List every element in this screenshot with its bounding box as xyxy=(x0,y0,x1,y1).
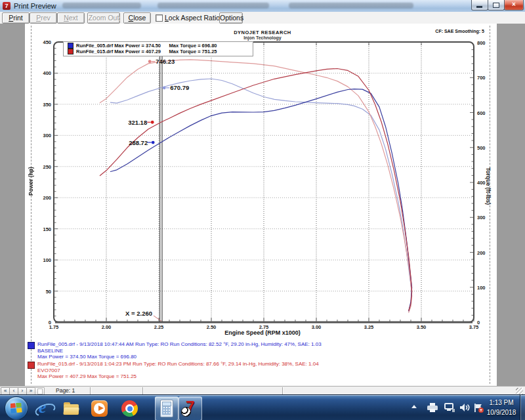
x-tick-label: 3.50 xyxy=(413,324,430,330)
power-tick-label: 350 xyxy=(30,102,51,108)
page-icon xyxy=(37,388,43,394)
lock-aspect-ratio-checkbox[interactable] xyxy=(156,14,163,22)
power-tick-label: 200 xyxy=(30,195,51,201)
x-tick-label: 3.00 xyxy=(308,324,325,330)
soccer-ball-icon xyxy=(181,407,191,417)
torque-tick-label: 400 xyxy=(477,180,497,186)
next-button[interactable]: Next xyxy=(57,12,85,24)
resize-grip[interactable] xyxy=(516,388,523,394)
show-desktop-button[interactable] xyxy=(520,395,525,420)
x-tick-label: 2.50 xyxy=(203,324,220,330)
minimize-icon xyxy=(476,6,482,8)
print-button[interactable]: Print xyxy=(2,12,30,24)
app-icon: 7 xyxy=(3,2,10,10)
close-preview-button[interactable]: Close xyxy=(123,12,151,24)
prev-button[interactable]: Prev xyxy=(30,12,57,24)
run-info-name: BASELINE xyxy=(37,348,490,354)
background-window-blur xyxy=(62,3,141,9)
run-info-name: EVO7007 xyxy=(37,368,490,373)
legend-label: RunFile_015.drf Max Power = 407.29 Max T… xyxy=(76,49,217,54)
window-titlebar[interactable]: 7 Print Preview × xyxy=(0,0,525,12)
print-preview-toolbar: Print Prev Next Zoom Out Close Lock Aspe… xyxy=(0,12,525,24)
folder-front xyxy=(63,408,79,415)
torque-tick-label: 600 xyxy=(477,110,497,116)
background-window-blur xyxy=(158,3,269,9)
torque-axis-title: Torque (ft-lbs) xyxy=(483,150,492,222)
torque-tick-label: 100 xyxy=(477,285,497,291)
cursor-label-leader xyxy=(154,316,161,322)
tray-expand-icon[interactable] xyxy=(411,405,417,408)
smoothing-note: CF: SAE Smoothing: 5 xyxy=(365,29,484,33)
point-value-label[interactable]: 288.72 xyxy=(108,139,148,146)
point-marker-dot xyxy=(148,60,152,63)
minimize-button[interactable] xyxy=(471,0,488,10)
legend-row: RunFile_005.drf Max Power = 374.50 Max T… xyxy=(64,43,253,49)
winpep7-taskbar-button[interactable]: 7 xyxy=(178,396,202,420)
point-value-label[interactable]: 670.79 xyxy=(170,84,189,91)
statusbar-divider xyxy=(90,387,91,394)
window-title: Print Preview xyxy=(14,2,56,10)
point-marker-dot xyxy=(163,86,166,89)
clock-date: 10/9/2018 xyxy=(483,408,520,417)
taskbar: e 7 xyxy=(0,394,525,420)
calculator-screen xyxy=(162,402,171,406)
point-value-label[interactable]: 321.18 xyxy=(108,119,147,126)
run-info-max-values: Max Power = 374.50 Max Torque = 696.80 xyxy=(37,354,490,360)
x-tick-label: 2.75 xyxy=(255,324,272,330)
chart-legend: RunFile_005.drf Max Power = 374.50 Max T… xyxy=(63,41,253,56)
statusbar: « ‹ › » Page: 1 xyxy=(0,386,525,395)
background-window-blur xyxy=(289,3,413,9)
close-window-button[interactable]: × xyxy=(504,0,524,10)
point-value-label[interactable]: 746.23 xyxy=(156,58,175,65)
run-info-chip xyxy=(28,362,35,369)
legend-label: RunFile_005.drf Max Power = 374.50 Max T… xyxy=(76,43,217,49)
chart-title: DYNOJET RESEARCH xyxy=(164,30,361,35)
point-marker-dot xyxy=(152,141,155,144)
power-tick-label: 0 xyxy=(30,320,51,326)
dyno-chart: DYNOJET RESEARCH Injon Technology CF: SA… xyxy=(0,24,525,386)
torque-tick-label: 200 xyxy=(477,250,497,256)
torque-tick-label: 0 xyxy=(477,320,497,326)
torque-tick-label: 300 xyxy=(477,215,497,220)
network-icon[interactable] xyxy=(444,403,455,413)
curve-runfile-005-power xyxy=(110,89,411,311)
x-tick-label: 3.25 xyxy=(360,324,377,330)
internet-explorer-icon[interactable]: e xyxy=(35,400,53,417)
legend-color-chip xyxy=(68,49,74,54)
x-axis-title: Engine Speed (RPM x1000) xyxy=(197,329,328,336)
power-tick-label: 450 xyxy=(30,39,51,45)
run-info-conditions: RunFile_015.drf - 9/13/2018 1:04:23 PM R… xyxy=(37,361,490,367)
curve-runfile-015-power xyxy=(100,69,411,311)
power-tick-label: 400 xyxy=(30,70,51,76)
chrome-icon[interactable] xyxy=(121,400,138,417)
lock-aspect-ratio-label: Lock Aspect Ratio xyxy=(165,14,220,22)
calculator-keys xyxy=(162,406,171,415)
point-marker-dot xyxy=(151,121,154,124)
maximize-icon xyxy=(493,3,499,8)
power-tick-label: 150 xyxy=(30,226,51,232)
legend-color-chip xyxy=(68,43,74,49)
speaker-icon[interactable] xyxy=(459,403,471,413)
clock-time: 1:13 PM xyxy=(483,398,520,408)
x-tick-label: 2.00 xyxy=(98,324,115,330)
printer-icon[interactable] xyxy=(427,403,438,413)
curve-runfile-005-torque xyxy=(110,79,411,312)
cursor-position-label[interactable]: X = 2.260 xyxy=(93,310,152,317)
page-number-label: Page: 1 xyxy=(56,387,75,394)
power-tick-label: 250 xyxy=(30,164,51,170)
power-tick-label: 300 xyxy=(30,133,51,138)
torque-tick-label: 700 xyxy=(477,75,497,81)
zoom-out-button[interactable]: Zoom Out xyxy=(87,12,120,24)
chrome-blue-dot xyxy=(127,406,133,411)
options-button[interactable]: Options xyxy=(219,12,243,24)
taskbar-clock[interactable]: 1:13 PM 10/9/2018 xyxy=(483,398,520,417)
maximize-button[interactable] xyxy=(488,0,505,10)
calculator-taskbar-button[interactable] xyxy=(155,396,178,420)
windows-flag-icon xyxy=(10,403,22,413)
start-button[interactable] xyxy=(5,396,28,420)
play-icon xyxy=(98,406,104,411)
media-player-icon[interactable] xyxy=(91,400,108,417)
windows-explorer-icon[interactable] xyxy=(62,400,80,417)
run-info-chip xyxy=(28,342,35,349)
power-axis-title: Power (hp) xyxy=(28,150,36,213)
